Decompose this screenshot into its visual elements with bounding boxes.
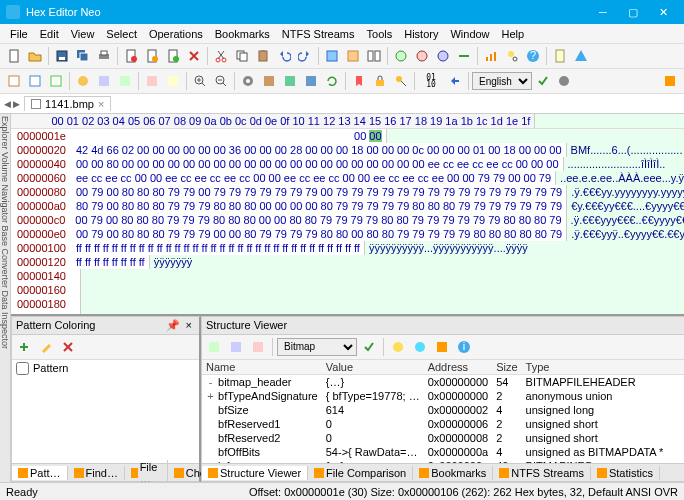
struct-row[interactable]: bfReserved200x000000082unsigned short	[202, 431, 684, 445]
undo-icon[interactable]	[274, 46, 294, 66]
lock-icon[interactable]	[370, 71, 390, 91]
struct-info-icon[interactable]: i	[454, 337, 474, 357]
bottom-tab[interactable]: Structure Viewer	[202, 466, 308, 480]
struct-t4-icon[interactable]	[388, 337, 408, 357]
document-tab[interactable]: 1141.bmp ×	[24, 96, 111, 111]
tb2-7-icon[interactable]	[142, 71, 162, 91]
bottom-tab[interactable]: Statistics	[591, 466, 660, 480]
struct-tool3-icon[interactable]	[248, 337, 268, 357]
struct-t6-icon[interactable]	[432, 337, 452, 357]
hex-row[interactable]: 00000120ff ff ff ff ff ff ff ffÿÿÿÿÿÿÿ	[11, 255, 684, 269]
tb2-4-icon[interactable]	[73, 71, 93, 91]
open-file-icon[interactable]	[25, 46, 45, 66]
tool4-icon[interactable]	[412, 46, 432, 66]
hex-row[interactable]: 00000160	[11, 283, 684, 297]
bookmark-icon[interactable]	[349, 71, 369, 91]
tb2-3-icon[interactable]	[46, 71, 66, 91]
struct-table[interactable]: NameValueAddressSizeTypeDescription - bi…	[202, 360, 684, 463]
tool3-icon[interactable]	[391, 46, 411, 66]
struct-col[interactable]: Value	[322, 360, 424, 375]
tool1-icon[interactable]	[322, 46, 342, 66]
new-file-icon[interactable]	[4, 46, 24, 66]
maximize-button[interactable]: ▢	[618, 0, 648, 24]
zoom-in-icon[interactable]	[190, 71, 210, 91]
hex-row[interactable]: 00000140	[11, 269, 684, 283]
struct-row[interactable]: bfSize6140x000000024unsigned long	[202, 403, 684, 417]
struct-row[interactable]: - bitmap_header{…}0x0000000054BITMAPFILE…	[202, 374, 684, 389]
pattern-edit-icon[interactable]	[36, 337, 56, 357]
tb2-gear-icon[interactable]	[238, 71, 258, 91]
refresh-icon[interactable]	[322, 71, 342, 91]
tb2-8-icon[interactable]	[163, 71, 183, 91]
save-all-icon[interactable]	[73, 46, 93, 66]
pattern-add-icon[interactable]	[14, 337, 34, 357]
menu-help[interactable]: Help	[496, 26, 531, 42]
tb2-5-icon[interactable]	[94, 71, 114, 91]
struct-tool1-icon[interactable]	[204, 337, 224, 357]
struct-col[interactable]: Size	[492, 360, 521, 375]
hex-row[interactable]: 000000e000 79 00 80 80 80 79 79 79 00 00…	[11, 227, 684, 241]
menu-window[interactable]: Window	[444, 26, 495, 42]
menu-ntfs-streams[interactable]: NTFS Streams	[276, 26, 361, 42]
doc-red-icon[interactable]	[121, 46, 141, 66]
tool5-icon[interactable]	[433, 46, 453, 66]
help-icon[interactable]: ?	[523, 46, 543, 66]
compare-icon[interactable]	[364, 46, 384, 66]
struct-row[interactable]: bfReserved100x000000062unsigned short	[202, 417, 684, 431]
key-icon[interactable]	[391, 71, 411, 91]
binary-icon[interactable]: 0110	[418, 71, 444, 91]
struct-col[interactable]: Type	[522, 360, 684, 375]
pattern-pin-icon[interactable]: 📌	[163, 319, 183, 332]
redo-icon[interactable]	[295, 46, 315, 66]
hex-row[interactable]: 0000002042 4d 66 02 00 00 00 00 00 00 36…	[11, 143, 684, 157]
tb2-2-icon[interactable]	[25, 71, 45, 91]
menu-operations[interactable]: Operations	[143, 26, 209, 42]
pattern-checkbox[interactable]	[16, 362, 29, 375]
pattern-close-icon[interactable]: ×	[183, 319, 195, 331]
doc-orange-icon[interactable]	[142, 46, 162, 66]
find-people-icon[interactable]	[502, 46, 522, 66]
struct-apply-icon[interactable]	[359, 337, 379, 357]
cut-icon[interactable]	[211, 46, 231, 66]
bottom-tab[interactable]: Patt…	[12, 466, 68, 480]
doc-green-icon[interactable]	[163, 46, 183, 66]
tool6-icon[interactable]	[454, 46, 474, 66]
hex-row[interactable]: 0000004000 00 80 00 00 00 00 00 00 00 00…	[11, 157, 684, 171]
copy-icon[interactable]	[232, 46, 252, 66]
close-button[interactable]: ✕	[648, 0, 678, 24]
struct-scheme-select[interactable]: Bitmap	[277, 338, 357, 356]
nav-right-icon[interactable]: ▶	[13, 99, 20, 109]
tb2-6-icon[interactable]	[115, 71, 135, 91]
hex-row[interactable]: 000000c000 79 00 80 80 80 79 79 79 80 80…	[11, 213, 684, 227]
tb2-9-icon[interactable]	[259, 71, 279, 91]
nav-left-icon[interactable]: ◀	[4, 99, 11, 109]
hex-row[interactable]: 0000001e 00 00	[11, 129, 684, 143]
tool2-icon[interactable]	[343, 46, 363, 66]
menu-view[interactable]: View	[65, 26, 101, 42]
struct-row[interactable]: bfOffBits54->{ RawData=…0x0000000a4unsig…	[202, 445, 684, 459]
script-icon[interactable]	[550, 46, 570, 66]
warn-icon[interactable]	[571, 46, 591, 66]
menu-history[interactable]: History	[398, 26, 444, 42]
struct-col[interactable]: Address	[424, 360, 493, 375]
stats-icon[interactable]	[481, 46, 501, 66]
struct-t5-icon[interactable]	[410, 337, 430, 357]
bottom-tab[interactable]: NTFS Streams	[493, 466, 591, 480]
hex-pane[interactable]: 00 01 02 03 04 05 06 07 08 09 0a 0b 0c 0…	[11, 114, 684, 316]
pattern-del-icon[interactable]	[58, 337, 78, 357]
tb2-1-icon[interactable]	[4, 71, 24, 91]
bottom-tab[interactable]: File Comparison	[308, 466, 413, 480]
zoom-out-icon[interactable]	[211, 71, 231, 91]
menu-select[interactable]: Select	[100, 26, 143, 42]
menu-tools[interactable]: Tools	[361, 26, 399, 42]
print-icon[interactable]	[94, 46, 114, 66]
hex-row[interactable]: 0000008000 79 00 80 80 80 79 79 00 79 79…	[11, 185, 684, 199]
paste-icon[interactable]	[253, 46, 273, 66]
side-tabs-left[interactable]: Explorer Volume Navigator Base Converter…	[0, 114, 11, 482]
tab-close-icon[interactable]: ×	[98, 98, 104, 110]
close-doc-icon[interactable]	[184, 46, 204, 66]
lang-apply-icon[interactable]	[533, 71, 553, 91]
struct-col[interactable]: Name	[202, 360, 322, 375]
save-icon[interactable]	[52, 46, 72, 66]
lang-gear-icon[interactable]	[554, 71, 574, 91]
